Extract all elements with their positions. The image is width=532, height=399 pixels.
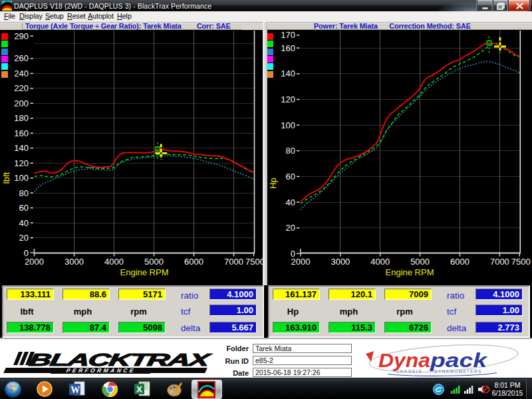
svg-text:W: W [70,385,80,395]
svg-text:Dyna: Dyna [378,350,430,371]
svg-text:X: X [136,384,142,394]
svg-text:pack: pack [430,350,489,371]
svg-text:CHASSIS: CHASSIS [396,369,422,374]
svg-text:DYNAMOMETERS: DYNAMOMETERS [434,369,482,374]
